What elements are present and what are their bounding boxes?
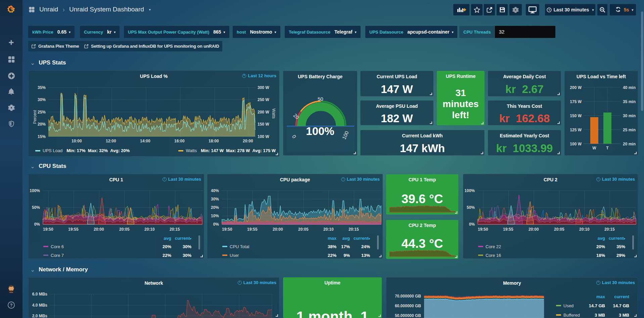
svg-text:?: ?	[10, 303, 13, 308]
